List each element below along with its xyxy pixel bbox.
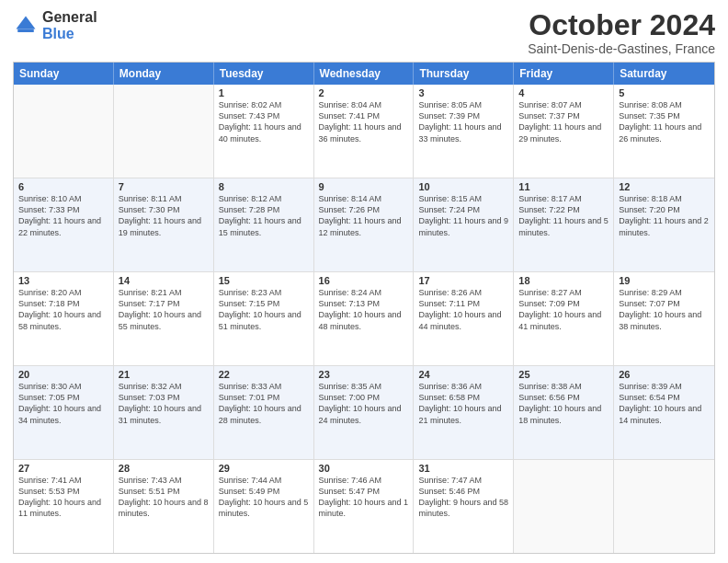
cell-info: Sunrise: 8:08 AM Sunset: 7:35 PM Dayligh… (619, 99, 710, 144)
cal-cell: 25Sunrise: 8:38 AM Sunset: 6:56 PM Dayli… (514, 366, 614, 459)
col-header-tuesday: Tuesday (214, 63, 314, 85)
cal-cell: 11Sunrise: 8:17 AM Sunset: 7:22 PM Dayli… (514, 178, 614, 271)
cal-cell: 7Sunrise: 8:11 AM Sunset: 7:30 PM Daylig… (114, 178, 214, 271)
cell-info: Sunrise: 8:30 AM Sunset: 7:05 PM Dayligh… (18, 381, 108, 426)
cal-cell: 26Sunrise: 8:39 AM Sunset: 6:54 PM Dayli… (614, 366, 714, 459)
day-number: 29 (219, 463, 309, 474)
cell-info: Sunrise: 7:47 AM Sunset: 5:46 PM Dayligh… (418, 475, 508, 520)
cell-info: Sunrise: 7:43 AM Sunset: 5:51 PM Dayligh… (119, 475, 209, 520)
col-header-wednesday: Wednesday (314, 63, 415, 85)
cal-cell: 29Sunrise: 7:44 AM Sunset: 5:49 PM Dayli… (214, 460, 314, 553)
day-number: 23 (319, 369, 409, 380)
day-number: 30 (319, 463, 409, 474)
cal-cell: 12Sunrise: 8:18 AM Sunset: 7:20 PM Dayli… (614, 178, 714, 271)
cal-cell: 17Sunrise: 8:26 AM Sunset: 7:11 PM Dayli… (414, 272, 514, 365)
day-number: 5 (619, 87, 710, 98)
cal-cell: 19Sunrise: 8:29 AM Sunset: 7:07 PM Dayli… (614, 272, 714, 365)
col-header-thursday: Thursday (414, 63, 514, 85)
cal-cell (14, 85, 114, 178)
cell-info: Sunrise: 8:33 AM Sunset: 7:01 PM Dayligh… (219, 381, 309, 426)
calendar-header: SundayMondayTuesdayWednesdayThursdayFrid… (14, 63, 714, 85)
calendar-body: 1Sunrise: 8:02 AM Sunset: 7:43 PM Daylig… (14, 85, 714, 553)
cell-info: Sunrise: 8:02 AM Sunset: 7:43 PM Dayligh… (219, 99, 309, 144)
cell-info: Sunrise: 8:12 AM Sunset: 7:28 PM Dayligh… (219, 193, 309, 238)
day-number: 12 (619, 181, 710, 192)
calendar-row-3: 13Sunrise: 8:20 AM Sunset: 7:18 PM Dayli… (14, 271, 714, 365)
day-number: 19 (619, 275, 710, 286)
day-number: 8 (219, 181, 309, 192)
day-number: 27 (18, 463, 108, 474)
cell-info: Sunrise: 8:10 AM Sunset: 7:33 PM Dayligh… (18, 193, 108, 238)
cell-info: Sunrise: 8:39 AM Sunset: 6:54 PM Dayligh… (619, 381, 710, 426)
logo-icon (13, 13, 39, 39)
cal-cell (514, 460, 614, 553)
calendar-row-5: 27Sunrise: 7:41 AM Sunset: 5:53 PM Dayli… (14, 459, 714, 553)
cal-cell: 1Sunrise: 8:02 AM Sunset: 7:43 PM Daylig… (214, 85, 314, 178)
page: General Blue October 2024 Saint-Denis-de… (0, 0, 728, 563)
cal-cell: 9Sunrise: 8:14 AM Sunset: 7:26 PM Daylig… (314, 178, 415, 271)
day-number: 10 (418, 181, 508, 192)
cell-info: Sunrise: 7:46 AM Sunset: 5:47 PM Dayligh… (319, 475, 409, 520)
cal-cell: 23Sunrise: 8:35 AM Sunset: 7:00 PM Dayli… (314, 366, 415, 459)
day-number: 28 (119, 463, 209, 474)
cell-info: Sunrise: 8:29 AM Sunset: 7:07 PM Dayligh… (619, 287, 710, 332)
cell-info: Sunrise: 7:41 AM Sunset: 5:53 PM Dayligh… (18, 475, 108, 520)
cal-cell: 6Sunrise: 8:10 AM Sunset: 7:33 PM Daylig… (14, 178, 114, 271)
cell-info: Sunrise: 8:38 AM Sunset: 6:56 PM Dayligh… (518, 381, 609, 426)
cal-cell (114, 85, 214, 178)
cal-cell: 31Sunrise: 7:47 AM Sunset: 5:46 PM Dayli… (414, 460, 514, 553)
cell-info: Sunrise: 8:05 AM Sunset: 7:39 PM Dayligh… (418, 99, 508, 144)
cell-info: Sunrise: 8:35 AM Sunset: 7:00 PM Dayligh… (319, 381, 409, 426)
cal-cell: 5Sunrise: 8:08 AM Sunset: 7:35 PM Daylig… (614, 85, 714, 178)
cal-cell: 28Sunrise: 7:43 AM Sunset: 5:51 PM Dayli… (114, 460, 214, 553)
subtitle: Saint-Denis-de-Gastines, France (528, 41, 715, 56)
day-number: 4 (518, 87, 609, 98)
cell-info: Sunrise: 8:11 AM Sunset: 7:30 PM Dayligh… (119, 193, 209, 238)
cell-info: Sunrise: 8:24 AM Sunset: 7:13 PM Dayligh… (319, 287, 409, 332)
day-number: 1 (219, 87, 309, 98)
cell-info: Sunrise: 8:15 AM Sunset: 7:24 PM Dayligh… (418, 193, 508, 238)
day-number: 13 (18, 275, 108, 286)
cell-info: Sunrise: 8:18 AM Sunset: 7:20 PM Dayligh… (619, 193, 710, 238)
day-number: 2 (319, 87, 409, 98)
day-number: 31 (418, 463, 508, 474)
cal-cell: 15Sunrise: 8:23 AM Sunset: 7:15 PM Dayli… (214, 272, 314, 365)
cal-cell: 30Sunrise: 7:46 AM Sunset: 5:47 PM Dayli… (314, 460, 415, 553)
cal-cell: 27Sunrise: 7:41 AM Sunset: 5:53 PM Dayli… (14, 460, 114, 553)
calendar: SundayMondayTuesdayWednesdayThursdayFrid… (13, 62, 715, 554)
cal-cell: 18Sunrise: 8:27 AM Sunset: 7:09 PM Dayli… (514, 272, 614, 365)
logo-general-label: General (42, 9, 97, 26)
cal-cell: 13Sunrise: 8:20 AM Sunset: 7:18 PM Dayli… (14, 272, 114, 365)
cell-info: Sunrise: 8:17 AM Sunset: 7:22 PM Dayligh… (518, 193, 609, 238)
day-number: 11 (518, 181, 609, 192)
logo: General Blue (13, 9, 97, 41)
cell-info: Sunrise: 8:32 AM Sunset: 7:03 PM Dayligh… (119, 381, 209, 426)
cal-cell: 2Sunrise: 8:04 AM Sunset: 7:41 PM Daylig… (314, 85, 415, 178)
cell-info: Sunrise: 7:44 AM Sunset: 5:49 PM Dayligh… (219, 475, 309, 520)
cell-info: Sunrise: 8:27 AM Sunset: 7:09 PM Dayligh… (518, 287, 609, 332)
cal-cell: 14Sunrise: 8:21 AM Sunset: 7:17 PM Dayli… (114, 272, 214, 365)
cal-cell: 4Sunrise: 8:07 AM Sunset: 7:37 PM Daylig… (514, 85, 614, 178)
col-header-sunday: Sunday (14, 63, 114, 85)
cal-cell: 10Sunrise: 8:15 AM Sunset: 7:24 PM Dayli… (414, 178, 514, 271)
cal-cell: 16Sunrise: 8:24 AM Sunset: 7:13 PM Dayli… (314, 272, 415, 365)
day-number: 16 (319, 275, 409, 286)
cal-cell: 21Sunrise: 8:32 AM Sunset: 7:03 PM Dayli… (114, 366, 214, 459)
day-number: 14 (119, 275, 209, 286)
cell-info: Sunrise: 8:23 AM Sunset: 7:15 PM Dayligh… (219, 287, 309, 332)
svg-marker-0 (17, 16, 36, 29)
day-number: 3 (418, 87, 508, 98)
col-header-monday: Monday (114, 63, 214, 85)
main-title: October 2024 (528, 9, 715, 41)
day-number: 17 (418, 275, 508, 286)
cell-info: Sunrise: 8:21 AM Sunset: 7:17 PM Dayligh… (119, 287, 209, 332)
cell-info: Sunrise: 8:26 AM Sunset: 7:11 PM Dayligh… (418, 287, 508, 332)
cell-info: Sunrise: 8:36 AM Sunset: 6:58 PM Dayligh… (418, 381, 508, 426)
cell-info: Sunrise: 8:14 AM Sunset: 7:26 PM Dayligh… (319, 193, 409, 238)
cell-info: Sunrise: 8:20 AM Sunset: 7:18 PM Dayligh… (18, 287, 108, 332)
cal-cell: 20Sunrise: 8:30 AM Sunset: 7:05 PM Dayli… (14, 366, 114, 459)
cal-cell (614, 460, 714, 553)
col-header-friday: Friday (514, 63, 614, 85)
day-number: 18 (518, 275, 609, 286)
day-number: 7 (119, 181, 209, 192)
